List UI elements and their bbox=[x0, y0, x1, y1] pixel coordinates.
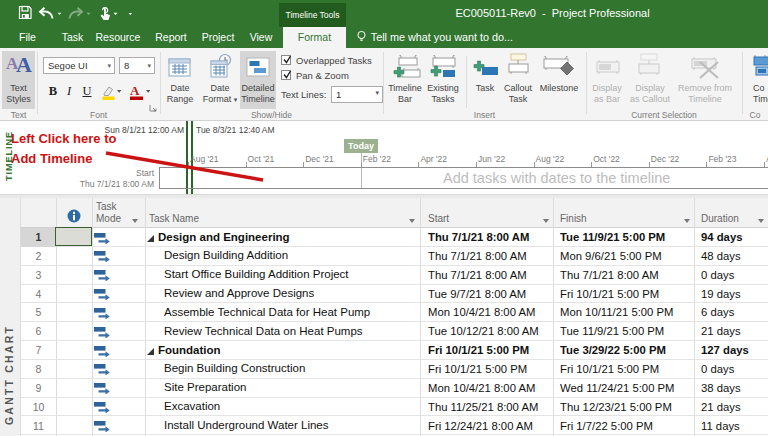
svg-text:A: A bbox=[130, 83, 140, 98]
